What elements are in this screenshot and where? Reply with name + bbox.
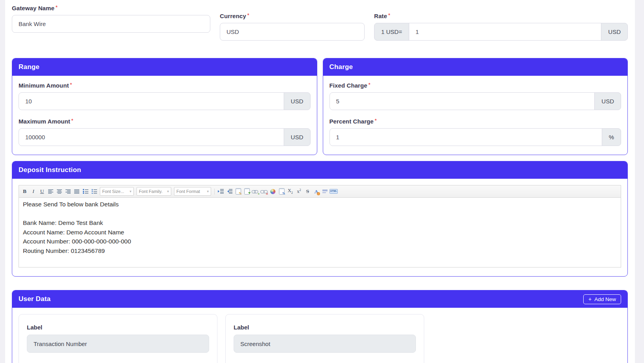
label-value-input[interactable] — [234, 335, 416, 353]
user-data-body: Label Type Label Type — [12, 308, 627, 363]
user-data-item: Label Type — [19, 314, 217, 363]
font-family-select[interactable]: Font Family.▾ — [137, 187, 171, 196]
percent-charge-input[interactable] — [329, 128, 602, 146]
range-panel-header: Range — [12, 58, 317, 76]
label-caption: Label — [234, 324, 416, 331]
gateway-name-label-text: Gateway Name — [12, 5, 54, 11]
edit-document-icon[interactable]: ✎ — [278, 188, 285, 195]
percent-charge-field: Percent Charge* % — [329, 118, 622, 146]
font-family-select-label: Font Family. — [139, 189, 163, 194]
fixed-charge-suffix-addon: USD — [594, 92, 621, 110]
required-asterisk: * — [369, 82, 371, 88]
align-right-icon[interactable] — [64, 188, 72, 195]
indent-icon[interactable] — [217, 188, 225, 195]
italic-glyph: I — [32, 189, 34, 194]
align-left-icon[interactable] — [47, 188, 54, 195]
font-format-select[interactable]: Font Format▾ — [174, 187, 211, 196]
indent-glyph — [218, 189, 224, 194]
insert-link-icon[interactable]: + — [252, 188, 259, 195]
paste-icon[interactable] — [243, 188, 251, 195]
plus-icon: + — [588, 296, 592, 302]
paste-word-icon[interactable]: ✎ — [234, 188, 242, 195]
align-right-glyph — [66, 189, 71, 194]
subscript-base: X — [288, 188, 291, 193]
horizontal-rule-icon[interactable] — [321, 188, 329, 195]
minimum-amount-field: Minimum Amount* USD — [19, 82, 311, 110]
paste-glyph — [244, 188, 250, 195]
percent-charge-label: Percent Charge* — [329, 118, 622, 125]
x-glyph: ✕ — [266, 193, 268, 196]
required-asterisk: * — [71, 118, 73, 123]
font-size-select[interactable]: Font Size...▾ — [100, 187, 134, 196]
minimum-amount-suffix-addon: USD — [284, 92, 311, 110]
rate-label: Rate* — [374, 13, 628, 19]
ordered-list-glyph — [83, 189, 88, 194]
rate-label-text: Rate — [374, 13, 387, 19]
underline-icon[interactable]: U — [38, 188, 46, 195]
percent-charge-group: % — [329, 128, 622, 146]
gateway-name-field: Gateway Name* — [12, 5, 210, 41]
remove-format-icon[interactable]: A– — [313, 188, 320, 195]
unordered-list-icon[interactable] — [90, 188, 98, 195]
minimum-amount-label: Minimum Amount* — [19, 82, 311, 89]
required-asterisk: * — [375, 118, 377, 123]
currency-field: Currency* — [220, 13, 365, 41]
strikethrough-glyph: S — [306, 189, 309, 194]
color-picker-icon[interactable] — [269, 188, 277, 195]
maximum-amount-field: Maximum Amount* USD — [19, 118, 311, 146]
percent-charge-label-text: Percent Charge — [329, 118, 374, 125]
range-charge-row: Range Minimum Amount* USD Maximum Amount… — [12, 58, 628, 155]
currency-label: Currency* — [220, 13, 365, 19]
rich-text-editor: B I U Font Size...▾ Font Family.▾ Font F… — [19, 185, 621, 268]
maximum-amount-label-text: Maximum Amount — [19, 118, 70, 125]
maximum-amount-input[interactable] — [19, 128, 284, 146]
align-justify-icon[interactable] — [73, 188, 80, 195]
pencil-glyph: ✎ — [239, 192, 242, 196]
plus-glyph: + — [258, 193, 260, 196]
subscript-icon[interactable]: X2 — [286, 188, 294, 195]
minimum-amount-label-text: Minimum Amount — [19, 82, 69, 89]
charge-panel-body: Fixed Charge* USD Percent Charge* % — [323, 76, 628, 155]
color-sphere-glyph — [270, 189, 275, 194]
currency-label-text: Currency — [220, 13, 246, 19]
bold-icon[interactable]: B — [21, 188, 28, 195]
currency-input[interactable] — [220, 23, 365, 41]
label-value-input[interactable] — [27, 335, 209, 353]
html-badge-glyph: HTML — [329, 189, 338, 194]
add-new-button[interactable]: + Add New — [583, 294, 621, 304]
deposit-instruction-header: Deposit Instruction — [12, 161, 627, 179]
maximum-amount-group: USD — [19, 128, 311, 146]
rate-input-group: 1 USD= USD — [374, 23, 628, 41]
remove-link-icon[interactable]: ✕ — [260, 188, 268, 195]
add-new-button-label: Add New — [594, 296, 616, 302]
fixed-charge-label: Fixed Charge* — [329, 82, 622, 89]
gateway-settings-page: Gateway Name* Currency* Rate* 1 USD= USD… — [5, 0, 635, 363]
required-asterisk: * — [247, 13, 249, 18]
strikethrough-icon[interactable]: S — [304, 188, 311, 195]
top-fields-row: Gateway Name* Currency* Rate* 1 USD= USD — [12, 5, 628, 41]
deposit-instruction-title: Deposit Instruction — [19, 166, 81, 174]
html-source-icon[interactable]: HTML — [330, 188, 337, 195]
outdent-icon[interactable] — [226, 188, 233, 195]
rate-suffix-addon: USD — [601, 23, 628, 41]
user-data-panel: User Data + Add New Label Type Label Typ… — [12, 290, 628, 363]
chain-glyph: + — [252, 188, 259, 195]
align-center-icon[interactable] — [56, 188, 63, 195]
superscript-glyph: x2 — [297, 189, 301, 194]
align-left-glyph — [48, 189, 53, 194]
minimum-amount-group: USD — [19, 92, 311, 110]
unordered-list-glyph — [92, 189, 97, 194]
green-arrow-glyph — [248, 192, 251, 195]
percent-charge-suffix-addon: % — [602, 128, 621, 146]
superscript-icon[interactable]: x2 — [295, 188, 303, 195]
ordered-list-icon[interactable] — [82, 188, 89, 195]
rate-input[interactable] — [409, 23, 601, 41]
editor-content[interactable]: Please Send To below bank Details Bank N… — [19, 198, 621, 267]
editor-line: Bank Name: Demo Test Bank — [23, 218, 617, 228]
fixed-charge-group: USD — [329, 92, 622, 110]
minimum-amount-input[interactable] — [19, 92, 284, 110]
gateway-name-input[interactable] — [12, 15, 210, 33]
italic-icon[interactable]: I — [30, 188, 37, 195]
chevron-down-icon: ▾ — [207, 189, 209, 193]
fixed-charge-input[interactable] — [329, 92, 595, 110]
